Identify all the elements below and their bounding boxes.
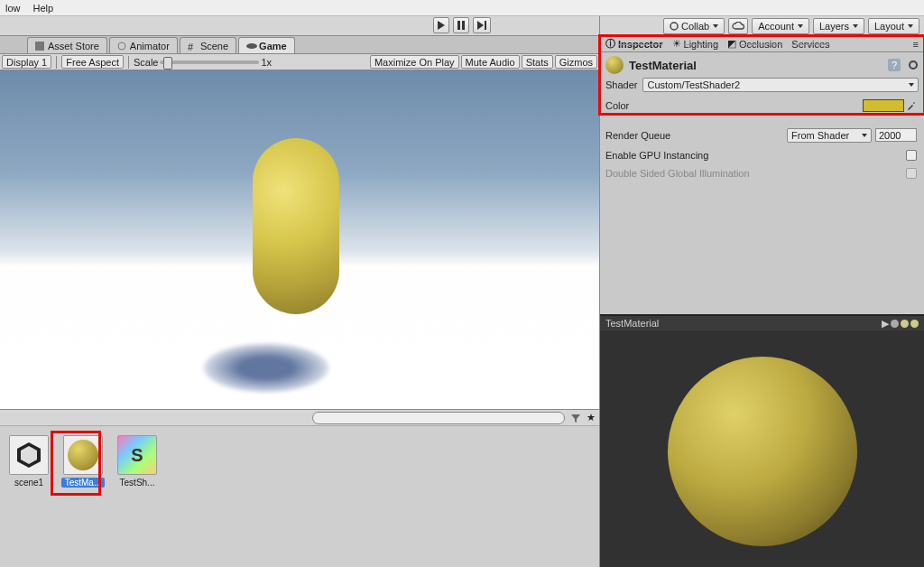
tab-lighting[interactable]: ☀ Lighting bbox=[672, 38, 719, 50]
account-button[interactable]: Account bbox=[752, 18, 809, 34]
inspector-panel: TestMaterial ? Shader Custom/TestShader2 bbox=[600, 52, 924, 186]
render-queue-value[interactable]: 2000 bbox=[875, 128, 917, 142]
asset-label: TestSh... bbox=[116, 478, 159, 488]
help-icon[interactable]: ? bbox=[888, 59, 901, 71]
cloud-button[interactable] bbox=[728, 18, 748, 34]
tab-label: Lighting bbox=[684, 39, 719, 50]
asset-material[interactable]: TestMa... bbox=[61, 435, 105, 558]
tab-label: Asset Store bbox=[48, 41, 99, 51]
tab-inspector[interactable]: ⓘ Inspector bbox=[605, 37, 663, 51]
info-icon: ⓘ bbox=[605, 37, 615, 51]
assets-grid: scene1 TestMa... S TestSh... bbox=[0, 426, 599, 567]
collab-button[interactable]: Collab bbox=[663, 18, 725, 34]
shader-value: Custom/TestShader2 bbox=[647, 79, 740, 90]
unity-icon bbox=[9, 435, 49, 475]
color-label: Color bbox=[605, 100, 629, 111]
svg-point-10 bbox=[670, 23, 678, 30]
aspect-dropdown[interactable]: Free Aspect bbox=[61, 55, 124, 69]
tab-asset-store[interactable]: Asset Store bbox=[27, 37, 107, 53]
shader-label: Shader bbox=[605, 79, 637, 90]
display-dropdown[interactable]: Display 1 bbox=[2, 55, 51, 69]
tab-label: Occlusion bbox=[739, 39, 782, 50]
asset-scene[interactable]: scene1 bbox=[7, 435, 51, 558]
step-button[interactable] bbox=[473, 17, 491, 33]
scale-slider[interactable] bbox=[160, 60, 259, 64]
asset-label: scene1 bbox=[7, 478, 51, 488]
svg-point-7 bbox=[246, 43, 257, 49]
game-icon bbox=[246, 42, 255, 51]
svg-rect-4 bbox=[485, 21, 486, 30]
lighting-icon: ☀ bbox=[672, 38, 681, 50]
material-preview: TestMaterial ▶ bbox=[600, 314, 924, 567]
render-queue-label: Render Queue bbox=[605, 130, 670, 141]
mute-toggle[interactable]: Mute Audio bbox=[461, 55, 520, 69]
gpu-instancing-label: Enable GPU Instancing bbox=[605, 150, 708, 161]
gizmos-toggle[interactable]: Gizmos bbox=[555, 55, 597, 69]
tab-services[interactable]: Services bbox=[791, 39, 829, 50]
animator-icon bbox=[117, 42, 126, 51]
project-panel: ★ scene1 TestMa... S bbox=[0, 409, 599, 567]
filter-icon[interactable] bbox=[570, 413, 581, 423]
preview-light2-icon[interactable] bbox=[910, 320, 919, 328]
tab-label: Game bbox=[259, 41, 287, 51]
tab-game[interactable]: Game bbox=[238, 37, 295, 53]
svg-rect-2 bbox=[462, 21, 465, 30]
cloud-icon bbox=[732, 22, 744, 31]
preview-sphere bbox=[668, 357, 857, 546]
game-view bbox=[0, 70, 599, 409]
tab-label: Scene bbox=[200, 41, 228, 51]
tab-animator[interactable]: Animator bbox=[109, 37, 178, 53]
top-right-toolbar: Collab Account Layers Layout bbox=[600, 16, 924, 36]
preview-title: TestMaterial bbox=[605, 318, 659, 329]
scene-icon: # bbox=[188, 42, 197, 51]
material-name: TestMaterial bbox=[629, 59, 697, 72]
shader-dropdown[interactable]: Custom/TestShader2 bbox=[642, 78, 919, 92]
preview-sphere-icon[interactable] bbox=[891, 320, 899, 328]
preview-play-icon[interactable]: ▶ bbox=[882, 318, 889, 330]
playback-controls bbox=[432, 17, 492, 33]
gear-icon[interactable] bbox=[908, 60, 919, 70]
star-icon[interactable]: ★ bbox=[587, 412, 596, 423]
tab-menu-icon[interactable]: ≡ bbox=[913, 39, 919, 50]
maximize-toggle[interactable]: Maximize On Play bbox=[370, 55, 459, 69]
layers-button[interactable]: Layers bbox=[813, 18, 864, 34]
editor-tabs: Asset Store Animator # Scene Game bbox=[0, 36, 599, 54]
inspector-tab-bar: ⓘ Inspector ☀ Lighting ◩ Occlusion Servi… bbox=[600, 36, 924, 52]
layout-button[interactable]: Layout bbox=[868, 18, 919, 34]
tab-label: Services bbox=[791, 39, 829, 50]
preview-light-icon[interactable] bbox=[901, 320, 909, 328]
scale-value: 1x bbox=[261, 57, 272, 68]
tab-scene[interactable]: # Scene bbox=[180, 37, 236, 53]
capsule-object bbox=[253, 138, 339, 314]
occlusion-icon: ◩ bbox=[727, 38, 736, 50]
gpu-instancing-checkbox[interactable] bbox=[906, 150, 917, 161]
asset-label: TestMa... bbox=[61, 478, 105, 488]
dsgi-checkbox bbox=[906, 168, 917, 179]
menu-item[interactable]: Help bbox=[33, 3, 54, 14]
color-swatch[interactable] bbox=[863, 99, 904, 112]
svg-marker-3 bbox=[477, 21, 484, 30]
asset-shader[interactable]: S TestSh... bbox=[116, 435, 159, 558]
object-shadow bbox=[203, 343, 329, 393]
tab-label: Inspector bbox=[618, 39, 663, 50]
stats-toggle[interactable]: Stats bbox=[522, 55, 553, 69]
dsgi-label: Double Sided Global Illumination bbox=[605, 168, 750, 179]
asset-store-icon bbox=[35, 42, 44, 51]
project-search-input[interactable] bbox=[312, 412, 565, 424]
shader-icon: S bbox=[117, 435, 157, 475]
svg-marker-0 bbox=[438, 21, 445, 30]
menu-bar: low Help bbox=[0, 0, 924, 16]
svg-rect-5 bbox=[35, 42, 44, 51]
svg-point-6 bbox=[118, 42, 125, 50]
tab-label: Animator bbox=[130, 41, 170, 51]
render-queue-mode[interactable]: From Shader bbox=[787, 128, 872, 143]
svg-rect-1 bbox=[457, 21, 460, 30]
pause-button[interactable] bbox=[453, 17, 469, 33]
tab-occlusion[interactable]: ◩ Occlusion bbox=[727, 38, 782, 50]
game-toolbar: Display 1 Free Aspect Scale 1x Maximize … bbox=[0, 54, 599, 70]
svg-point-13 bbox=[910, 61, 917, 69]
scale-label: Scale bbox=[134, 57, 159, 68]
play-button[interactable] bbox=[433, 17, 449, 33]
eyedropper-icon[interactable] bbox=[906, 100, 917, 111]
menu-item[interactable]: low bbox=[5, 3, 21, 14]
